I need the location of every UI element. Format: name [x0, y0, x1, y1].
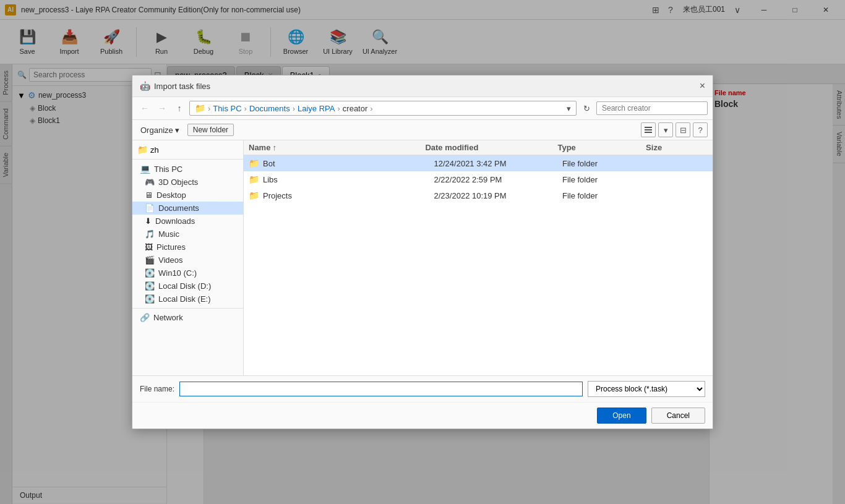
breadcrumb-sep-0: ›: [208, 104, 210, 113]
breadcrumb-sep-3: ›: [337, 104, 340, 113]
modal-close-button[interactable]: ×: [700, 80, 705, 92]
libs-name: Libs: [263, 175, 434, 184]
win10c-icon: 💽: [145, 268, 155, 278]
view-details-button[interactable]: [641, 122, 656, 137]
projects-name: Projects: [263, 191, 434, 200]
up-button[interactable]: ↑: [172, 101, 187, 116]
sidebar-item-zh[interactable]: 📁 zh: [132, 143, 243, 156]
bot-name: Bot: [263, 159, 434, 168]
col-header-type[interactable]: Type: [557, 143, 646, 152]
sidebar-network[interactable]: 🔗 Network: [132, 311, 243, 324]
svg-rect-1: [645, 129, 652, 130]
svg-rect-2: [645, 132, 652, 133]
file-list-header: Name ↑ Date modified Type Size: [244, 140, 713, 155]
address-bar[interactable]: 📁 › This PC › Documents › Laiye RPA › cr…: [189, 101, 577, 116]
organize-dropdown-icon: ▾: [175, 126, 179, 135]
this-pc-icon: 💻: [140, 164, 150, 174]
projects-date: 2/23/2022 10:19 PM: [434, 191, 562, 200]
svg-rect-0: [645, 127, 652, 128]
details-view-icon: [644, 126, 653, 134]
libs-type: File folder: [562, 175, 648, 184]
filetype-select[interactable]: Process block (*.task) All files (*.*): [588, 381, 705, 397]
sidebar-videos[interactable]: 🎬 Videos: [132, 254, 243, 267]
modal-header: 🤖 Import task files ×: [132, 75, 713, 97]
local-e-icon: 💽: [145, 294, 155, 304]
refresh-button[interactable]: ↻: [579, 101, 594, 116]
file-list: Name ↑ Date modified Type Size 📁: [244, 140, 713, 375]
videos-label: Videos: [158, 255, 183, 265]
this-pc-label: This PC: [154, 164, 182, 174]
win10c-label: Win10 (C:): [158, 268, 197, 278]
projects-type: File folder: [562, 191, 648, 200]
filename-input[interactable]: [179, 382, 583, 396]
open-button[interactable]: Open: [597, 408, 646, 424]
filename-label: File name:: [140, 385, 174, 393]
import-task-modal: 🤖 Import task files × ← → ↑ 📁 › This PC …: [132, 75, 713, 429]
name-sort-icon: ↑: [272, 143, 277, 152]
pictures-icon: 🖼: [145, 242, 153, 252]
back-button[interactable]: ←: [137, 101, 152, 116]
sidebar-local-e[interactable]: 💽 Local Disk (E:): [132, 293, 243, 305]
search-creator-input[interactable]: [596, 101, 708, 115]
help-button[interactable]: ?: [693, 122, 708, 137]
sidebar-documents[interactable]: 📄 Documents: [132, 202, 243, 215]
breadcrumb-sep-1: ›: [244, 104, 247, 113]
sidebar-music[interactable]: 🎵 Music: [132, 228, 243, 241]
desktop-icon: 🖥: [145, 190, 153, 200]
organize-label: Organize: [140, 126, 173, 135]
3d-objects-icon: 🎮: [145, 177, 155, 187]
local-e-label: Local Disk (E:): [158, 294, 211, 304]
cancel-button[interactable]: Cancel: [651, 408, 705, 424]
sidebar-win10c[interactable]: 💽 Win10 (C:): [132, 267, 243, 280]
sidebar-desktop[interactable]: 🖥 Desktop: [132, 189, 243, 202]
modal-title-text: Import task files: [154, 82, 210, 91]
view-buttons: ▾ ⊟ ?: [641, 122, 708, 137]
pictures-label: Pictures: [157, 242, 186, 252]
forward-button[interactable]: →: [155, 101, 169, 116]
breadcrumb-trailing-sep: ›: [370, 104, 372, 113]
bot-folder-icon: 📁: [249, 158, 259, 168]
file-browser-sidebar: 📁 zh 💻 This PC 🎮 3D Objects 🖥 Desktop: [132, 140, 244, 375]
documents-label: Documents: [158, 203, 199, 213]
file-row-projects[interactable]: 📁 Projects 2/23/2022 10:19 PM File folde…: [244, 187, 713, 203]
bot-date: 12/24/2021 3:42 PM: [434, 159, 562, 168]
zh-folder-icon: 📁: [137, 145, 148, 155]
new-folder-button[interactable]: New folder: [187, 124, 234, 136]
preview-pane-button[interactable]: ⊟: [676, 122, 690, 137]
modal-title: 🤖 Import task files: [140, 81, 210, 91]
col-header-size[interactable]: Size: [646, 143, 708, 152]
sidebar-sep-1: [132, 159, 243, 160]
sidebar-sep-2: [132, 308, 243, 309]
breadcrumb-documents[interactable]: Documents: [249, 104, 290, 113]
col-header-name[interactable]: Name ↑: [249, 143, 425, 152]
file-row-bot[interactable]: 📁 Bot 12/24/2021 3:42 PM File folder: [244, 155, 713, 171]
local-d-icon: 💽: [145, 281, 155, 291]
sidebar-this-pc[interactable]: 💻 This PC: [132, 162, 243, 176]
zh-folder-label: zh: [150, 145, 159, 155]
sidebar-pictures[interactable]: 🖼 Pictures: [132, 241, 243, 254]
file-browser-body: 📁 zh 💻 This PC 🎮 3D Objects 🖥 Desktop: [132, 140, 713, 375]
music-icon: 🎵: [145, 229, 155, 239]
downloads-icon: ⬇: [145, 216, 152, 226]
filename-bar: File name: Process block (*.task) All fi…: [132, 375, 713, 402]
breadcrumb-laiye[interactable]: Laiye RPA: [298, 104, 335, 113]
network-icon: 🔗: [140, 313, 150, 322]
view-dropdown-button[interactable]: ▾: [658, 122, 673, 137]
file-row-libs[interactable]: 📁 Libs 2/22/2022 2:59 PM File folder: [244, 171, 713, 187]
organize-button[interactable]: Organize ▾: [137, 124, 182, 137]
libs-folder-icon: 📁: [249, 174, 259, 184]
downloads-label: Downloads: [155, 216, 195, 226]
col-header-date[interactable]: Date modified: [425, 143, 557, 152]
action-bar: Open Cancel: [132, 402, 713, 429]
file-browser-toolbar: ← → ↑ 📁 › This PC › Documents › Laiye RP…: [132, 97, 713, 120]
modal-title-icon: 🤖: [140, 81, 150, 91]
sidebar-local-d[interactable]: 💽 Local Disk (D:): [132, 280, 243, 293]
modal-overlay: 🤖 Import task files × ← → ↑ 📁 › This PC …: [0, 0, 845, 504]
breadcrumb-dropdown-icon[interactable]: ▾: [567, 104, 571, 113]
sidebar-downloads[interactable]: ⬇ Downloads: [132, 215, 243, 228]
breadcrumb-this-pc[interactable]: This PC: [213, 104, 241, 113]
breadcrumb-creator: creator: [343, 104, 367, 113]
projects-folder-icon: 📁: [249, 190, 259, 200]
music-label: Music: [158, 229, 179, 239]
sidebar-3d-objects[interactable]: 🎮 3D Objects: [132, 176, 243, 189]
